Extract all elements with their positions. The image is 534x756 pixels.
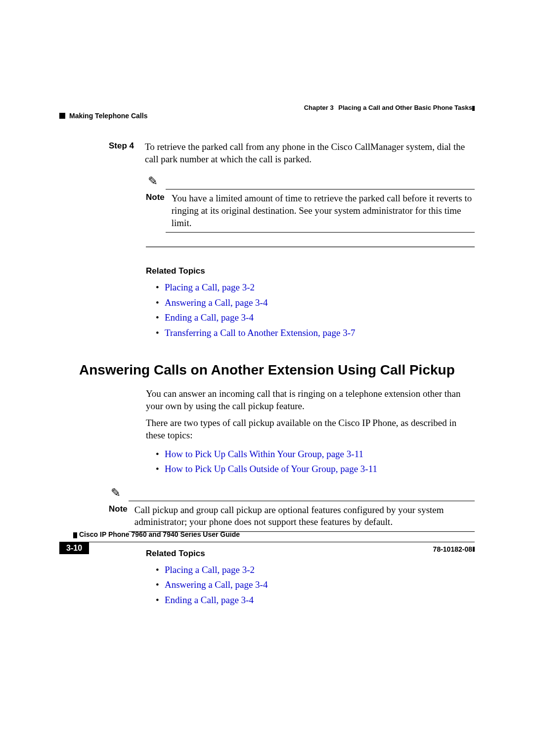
related-topics-heading-2: Related Topics (146, 549, 475, 559)
document-page: Chapter 3 Placing a Call and Other Basic… (0, 0, 534, 756)
paragraph-2: There are two types of call pickup avail… (146, 417, 475, 441)
note-pencil-icon: ✎ (111, 486, 121, 500)
page-number-tag: 3-10 (59, 542, 89, 554)
chapter-number: Chapter 3 (304, 104, 334, 111)
list-item: Answering a Call, page 3-4 (156, 295, 475, 310)
link-ending-call[interactable]: Ending a Call, page 3-4 (165, 312, 254, 323)
chapter-title: Placing a Call and Other Basic Phone Tas… (338, 104, 472, 111)
note-block-2: ✎ Note Call pickup and group call pickup… (109, 486, 475, 532)
note-row: Note You have a limited amount of time t… (146, 192, 475, 229)
link-answering-call[interactable]: Answering a Call, page 3-4 (165, 297, 267, 308)
link-placing-call[interactable]: Placing a Call, page 3-2 (165, 282, 255, 292)
link-placing-call-2[interactable]: Placing a Call, page 3-2 (165, 565, 255, 575)
list-item: Placing a Call, page 3-2 (156, 280, 475, 295)
link-transferring-call[interactable]: Transferring a Call to Another Extension… (165, 328, 356, 338)
paragraph-1: You can answer an incoming call that is … (146, 388, 475, 412)
link-pickup-within-group[interactable]: How to Pick Up Calls Within Your Group, … (165, 449, 363, 459)
step-block: Step 4 To retrieve the parked call from … (109, 141, 475, 165)
footer-rule (59, 542, 475, 542)
link-pickup-outside-group[interactable]: How to Pick Up Calls Outside of Your Gro… (165, 464, 377, 474)
note-text: Call pickup and group call pickup are op… (134, 504, 475, 528)
footer-guide-bar (73, 532, 77, 538)
related-topics-list-1: Placing a Call, page 3-2 Answering a Cal… (156, 280, 475, 340)
list-item: How to Pick Up Calls Within Your Group, … (156, 447, 475, 462)
list-item: Ending a Call, page 3-4 (156, 593, 475, 608)
note-bottom-rule (166, 232, 475, 233)
section-divider (146, 246, 475, 247)
link-answering-call-2[interactable]: Answering a Call, page 3-4 (165, 579, 267, 590)
header-left-bar (59, 113, 65, 119)
step-label: Step 4 (109, 141, 136, 165)
topic-links-list: How to Pick Up Calls Within Your Group, … (156, 447, 475, 477)
section-heading: Answering Calls on Another Extension Usi… (79, 362, 475, 378)
note-row: Note Call pickup and group call pickup a… (109, 504, 475, 528)
note-top-rule (129, 501, 475, 501)
header-right-bar (472, 106, 475, 111)
note-label: Note (109, 504, 128, 528)
list-item: Ending a Call, page 3-4 (156, 310, 475, 325)
note-block-1: ✎ Note You have a limited amount of time… (146, 174, 475, 233)
list-item: Placing a Call, page 3-2 (156, 563, 475, 577)
note-label: Note (146, 192, 165, 229)
footer-doc-bar (473, 547, 475, 552)
step-text: To retrieve the parked call from any pho… (145, 141, 475, 165)
note-top-rule (166, 189, 475, 189)
related-topics-heading-1: Related Topics (146, 266, 475, 276)
related-topics-list-2: Placing a Call, page 3-2 Answering a Cal… (156, 563, 475, 608)
note-pencil-icon: ✎ (148, 174, 158, 188)
running-header-left: Making Telephone Calls (69, 112, 147, 120)
list-item: How to Pick Up Calls Outside of Your Gro… (156, 462, 475, 476)
note-text: You have a limited amount of time to ret… (172, 192, 475, 229)
running-header-right: Chapter 3 Placing a Call and Other Basic… (304, 104, 472, 111)
list-item: Answering a Call, page 3-4 (156, 577, 475, 592)
list-item: Transferring a Call to Another Extension… (156, 326, 475, 340)
footer-guide-title: Cisco IP Phone 7960 and 7940 Series User… (79, 530, 240, 538)
link-ending-call-2[interactable]: Ending a Call, page 3-4 (165, 595, 254, 605)
doc-number: 78-10182-08 (433, 545, 472, 553)
